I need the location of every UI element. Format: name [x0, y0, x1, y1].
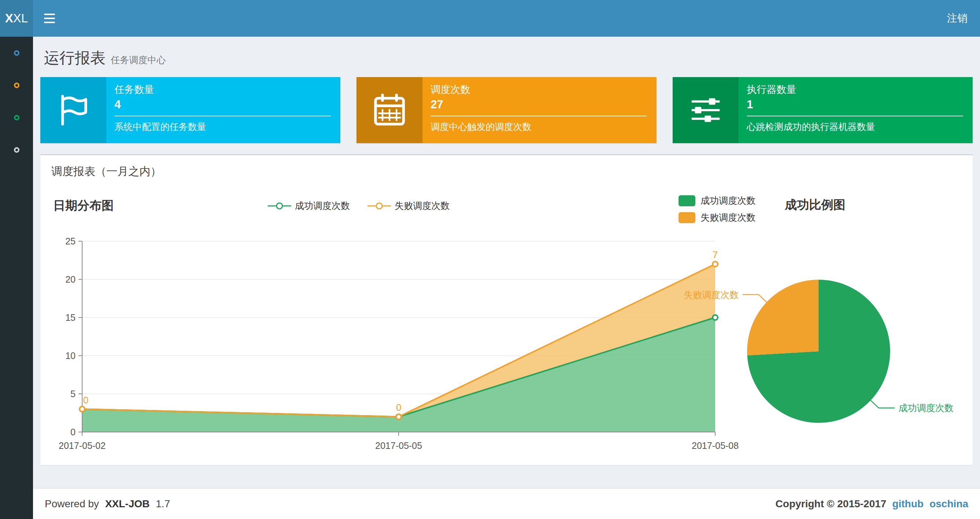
sidebar-item[interactable] [0, 37, 33, 69]
line-marker-icon [368, 201, 391, 211]
app-logo-text-bold: X [5, 11, 13, 26]
info-box-triggers: 调度次数 27 调度中心触发的调度次数 [356, 77, 657, 143]
circle-outline-icon [14, 83, 19, 88]
hamburger-icon [44, 18, 55, 19]
copyright-text: Copyright © 2015-2017 [775, 498, 886, 510]
svg-text:0: 0 [83, 394, 88, 406]
github-link[interactable]: github [892, 498, 924, 510]
legend-label: 成功调度次数 [295, 200, 350, 212]
info-box-executors: 执行器数量 1 心跳检测成功的执行器机器数量 [673, 77, 973, 143]
sidebar-item[interactable] [0, 134, 33, 166]
info-box-content: 执行器数量 1 心跳检测成功的执行器机器数量 [739, 77, 973, 143]
svg-text:2017-05-02: 2017-05-02 [59, 441, 106, 451]
circle-outline-icon [14, 50, 19, 56]
divider [115, 116, 331, 117]
info-box-value: 4 [115, 98, 331, 111]
svg-text:15: 15 [65, 312, 76, 323]
legend-swatch-icon [679, 195, 695, 206]
info-box-value: 27 [431, 98, 647, 111]
divider [747, 116, 963, 117]
report-panel-title: 调度报表（一月之内） [40, 155, 973, 188]
info-box-description: 调度中心触发的调度次数 [431, 121, 647, 133]
copyright-area: Copyright © 2015-2017 github oschina [775, 498, 968, 510]
svg-text:0: 0 [70, 427, 76, 437]
svg-text:失败调度次数: 失败调度次数 [684, 290, 739, 300]
info-box-label: 执行器数量 [747, 83, 963, 96]
product-version: 1.7 [156, 498, 170, 509]
svg-text:0: 0 [396, 402, 401, 413]
svg-text:20: 20 [65, 274, 76, 284]
line-marker-icon [268, 201, 291, 211]
circle-outline-icon [14, 147, 19, 153]
svg-text:2017-05-08: 2017-05-08 [692, 441, 739, 451]
info-box-label: 任务数量 [115, 83, 331, 96]
app-logo[interactable]: XXL [0, 0, 33, 37]
hamburger-icon [44, 14, 55, 15]
circle-outline-icon [14, 115, 19, 120]
svg-text:7: 7 [713, 249, 718, 260]
legend-label: 成功调度次数 [700, 195, 756, 207]
app-logo-text: XL [13, 11, 28, 26]
legend-item[interactable]: 成功调度次数 [679, 195, 756, 207]
svg-text:25: 25 [65, 236, 76, 246]
legend-item[interactable]: 失败调度次数 [679, 211, 756, 224]
logout-link[interactable]: 注销 [934, 11, 980, 26]
oschina-link[interactable]: oschina [929, 498, 968, 510]
divider [431, 116, 647, 117]
top-navbar: XXL 注销 [0, 0, 980, 37]
sidebar-menu [0, 37, 33, 166]
navbar: 注销 [33, 0, 980, 37]
info-box-content: 任务数量 4 系统中配置的任务数量 [107, 77, 340, 143]
info-box-content: 调度次数 27 调度中心触发的调度次数 [423, 77, 657, 143]
legend-swatch-icon [679, 212, 695, 223]
line-chart-title: 日期分布图 [53, 198, 114, 214]
charts-canvas: 05101520252017-05-022017-05-052017-05-08… [40, 188, 973, 465]
legend-label: 失败调度次数 [700, 211, 756, 224]
flag-icon [40, 77, 107, 143]
info-box-value: 1 [747, 98, 963, 111]
report-panel: 调度报表（一月之内） 日期分布图 成功调度次数失败调度次数 成功调度次数失败调度… [40, 154, 973, 465]
product-name: XXL-JOB [105, 498, 150, 509]
svg-text:5: 5 [70, 389, 76, 399]
page-subtitle: 任务调度中心 [111, 54, 166, 66]
svg-text:2017-05-05: 2017-05-05 [375, 441, 422, 451]
sliders-icon [673, 77, 739, 143]
page-title: 运行报表 [44, 48, 106, 68]
powered-by-prefix: Powered by [45, 498, 99, 509]
summary-info-boxes: 任务数量 4 系统中配置的任务数量 [40, 77, 973, 143]
info-box-description: 系统中配置的任务数量 [115, 121, 331, 133]
hamburger-icon [44, 22, 55, 23]
legend-item[interactable]: 失败调度次数 [368, 200, 450, 212]
powered-by: Powered by XXL-JOB 1.7 [45, 498, 170, 510]
info-box-description: 心跳检测成功的执行器机器数量 [747, 121, 963, 133]
info-box-jobs: 任务数量 4 系统中配置的任务数量 [40, 77, 340, 143]
line-chart-legend: 成功调度次数失败调度次数 [268, 200, 450, 212]
pie-chart-legend: 成功调度次数失败调度次数 [679, 195, 756, 224]
calendar-icon [356, 77, 423, 143]
sidebar-item[interactable] [0, 69, 33, 101]
page-header: 运行报表任务调度中心 [33, 37, 980, 77]
sidebar [0, 37, 33, 519]
report-panel-body: 日期分布图 成功调度次数失败调度次数 成功调度次数失败调度次数 成功比例图 05… [40, 188, 973, 465]
svg-text:10: 10 [65, 351, 76, 361]
sidebar-item[interactable] [0, 101, 33, 134]
footer: Powered by XXL-JOB 1.7 Copyright © 2015-… [33, 488, 980, 519]
svg-text:成功调度次数: 成功调度次数 [899, 402, 954, 413]
legend-label: 失败调度次数 [395, 200, 450, 212]
sidebar-toggle-button[interactable] [33, 0, 66, 37]
info-box-label: 调度次数 [431, 83, 647, 96]
legend-item[interactable]: 成功调度次数 [268, 200, 350, 212]
content-area: 运行报表任务调度中心 任务数量 4 系统中配置的任务数量 [33, 37, 980, 488]
pie-chart-title: 成功比例图 [785, 197, 845, 213]
